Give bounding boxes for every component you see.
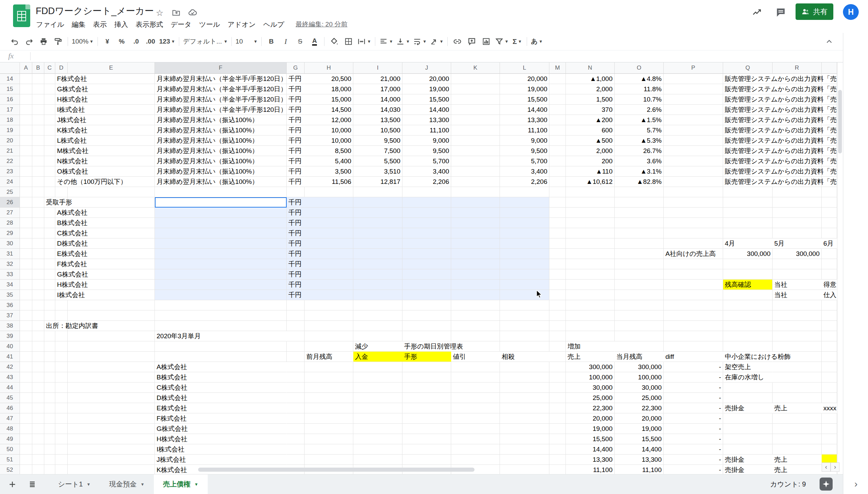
cell-D47[interactable] [55, 413, 68, 424]
cell-L28[interactable] [500, 218, 549, 228]
cell-N33[interactable] [566, 269, 615, 280]
cell-O36[interactable] [615, 300, 664, 310]
cell-M41[interactable] [549, 352, 566, 362]
cell-Q35[interactable] [723, 290, 773, 300]
cell-A16[interactable] [20, 94, 32, 105]
cell-I42[interactable] [353, 362, 402, 372]
cell-F14[interactable]: 月末締め翌月末払い（半金半手/手形120日） [155, 74, 287, 84]
cell-P38[interactable] [664, 321, 723, 331]
cell-S26[interactable] [822, 197, 837, 208]
cell-J30[interactable] [402, 238, 451, 249]
cell-O50[interactable]: 14,400 [615, 444, 664, 455]
cell-I33[interactable] [353, 269, 402, 280]
cell-G33[interactable]: 千円 [287, 269, 305, 280]
cell-C42[interactable] [44, 362, 55, 372]
cell-F50[interactable]: I株式会社 [155, 444, 287, 455]
cell-S27[interactable] [822, 208, 837, 218]
row-header-45[interactable]: 45 [0, 393, 20, 403]
cell-N23[interactable]: ▲110 [566, 166, 615, 177]
cell-P29[interactable] [664, 228, 723, 238]
cell-O42[interactable]: 300,000 [615, 362, 664, 372]
cell-M29[interactable] [549, 228, 566, 238]
cell-K22[interactable] [451, 156, 500, 166]
cell-R25[interactable] [773, 187, 822, 197]
cell-N39[interactable] [566, 331, 615, 341]
cell-N16[interactable]: 1,500 [566, 94, 615, 105]
cell-B52[interactable] [32, 465, 44, 474]
cell-B30[interactable] [32, 238, 44, 249]
cell-E42[interactable] [68, 362, 155, 372]
cell-N29[interactable] [566, 228, 615, 238]
cell-F19[interactable]: 月末締め翌月末払い（振込100%） [155, 125, 287, 136]
cell-H35[interactable] [305, 290, 353, 300]
cell-P26[interactable] [664, 197, 723, 208]
cell-A22[interactable] [20, 156, 32, 166]
row-header-25[interactable]: 25 [0, 187, 20, 197]
row-header-41[interactable]: 41 [0, 352, 20, 362]
cell-J34[interactable] [402, 280, 451, 290]
cell-O20[interactable]: ▲5.3% [615, 136, 664, 146]
cell-H36[interactable] [305, 300, 353, 310]
cell-H34[interactable] [305, 280, 353, 290]
cell-J48[interactable] [402, 424, 451, 434]
cell-G37[interactable] [287, 310, 305, 321]
cell-K19[interactable] [451, 125, 500, 136]
cell-M25[interactable] [549, 187, 566, 197]
cell-N42[interactable]: 300,000 [566, 362, 615, 372]
functions-button[interactable]: Σ▼ [510, 35, 524, 48]
cell-P36[interactable] [664, 300, 723, 310]
cell-S40[interactable] [822, 341, 837, 352]
cell-I43[interactable] [353, 372, 402, 383]
cell-J20[interactable]: 9,000 [402, 136, 451, 146]
menu-view[interactable]: 表示 [89, 18, 111, 31]
cell-Q18[interactable]: 販売管理システムからの出力資料「売 [723, 115, 773, 125]
cell-Q42[interactable]: 架空売上 [723, 362, 773, 372]
cell-B19[interactable] [32, 125, 44, 136]
cell-C48[interactable] [44, 424, 55, 434]
cell-G38[interactable] [287, 321, 305, 331]
cell-F41[interactable] [155, 352, 287, 362]
tab-menu-caret-icon[interactable]: ▼ [194, 482, 198, 487]
cell-G46[interactable] [287, 403, 305, 413]
cell-E51[interactable] [68, 455, 155, 465]
cell-B40[interactable] [32, 341, 44, 352]
cell-A50[interactable] [20, 444, 32, 455]
cell-N49[interactable]: 15,500 [566, 434, 615, 444]
cell-B20[interactable] [32, 136, 44, 146]
increase-decimal-button[interactable]: .00 [144, 35, 158, 48]
select-all-corner[interactable] [0, 62, 20, 74]
cell-C28[interactable] [44, 218, 55, 228]
row-header-39[interactable]: 39 [0, 331, 20, 341]
cell-G22[interactable]: 千円 [287, 156, 305, 166]
cell-A32[interactable] [20, 259, 32, 269]
cell-O27[interactable] [615, 208, 664, 218]
cell-G42[interactable] [287, 362, 305, 372]
cell-K45[interactable] [451, 393, 500, 403]
cell-D14[interactable]: F株式会社 [55, 74, 68, 84]
merge-cells-button[interactable]: ▼ [356, 35, 373, 48]
cell-G27[interactable]: 千円 [287, 208, 305, 218]
cell-A48[interactable] [20, 424, 32, 434]
cell-O21[interactable]: 26.7% [615, 146, 664, 156]
sheets-logo-icon[interactable] [13, 4, 30, 27]
cell-I37[interactable] [353, 310, 402, 321]
cell-A18[interactable] [20, 115, 32, 125]
cell-C39[interactable] [44, 331, 55, 341]
cell-B27[interactable] [32, 208, 44, 218]
cell-O26[interactable] [615, 197, 664, 208]
cell-O52[interactable]: 11,100 [615, 465, 664, 474]
cell-J42[interactable] [402, 362, 451, 372]
cell-L40[interactable] [500, 341, 549, 352]
cell-A51[interactable] [20, 455, 32, 465]
cell-C36[interactable] [44, 300, 55, 310]
cell-S41[interactable] [822, 352, 837, 362]
cell-Q31[interactable]: 300,000 [723, 249, 773, 259]
cell-I27[interactable] [353, 208, 402, 218]
cell-L19[interactable]: 11,100 [500, 125, 549, 136]
cell-M33[interactable] [549, 269, 566, 280]
cell-A38[interactable] [20, 321, 32, 331]
cell-D37[interactable] [55, 310, 68, 321]
cell-D49[interactable] [55, 434, 68, 444]
cell-J23[interactable]: 3,400 [402, 166, 451, 177]
cell-I29[interactable] [353, 228, 402, 238]
